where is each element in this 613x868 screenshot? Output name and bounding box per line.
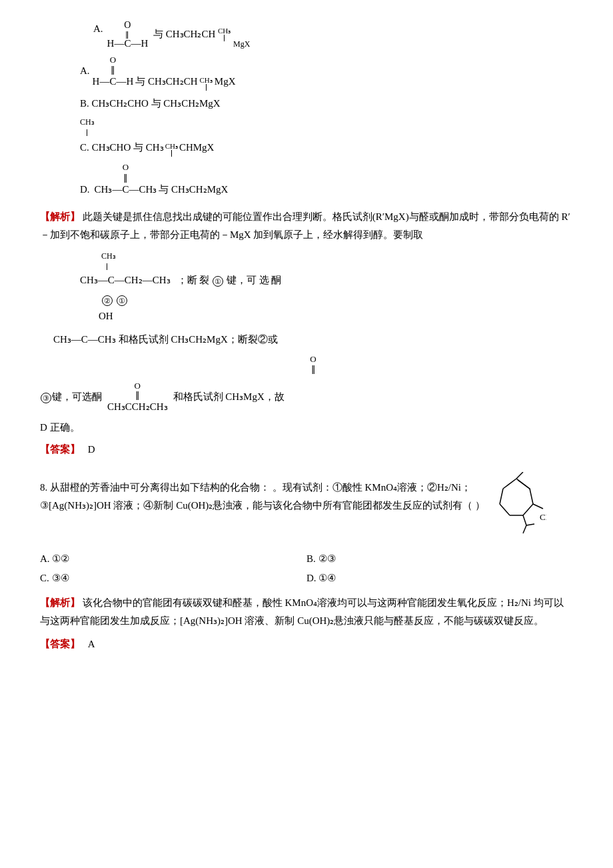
q8-analysis-bracket: 【解析】 [40, 597, 80, 608]
q8-analysis: 【解析】 该化合物中的官能团有碳碳双键和醛基，酸性 KMnO₄溶液均可以与这两种… [40, 594, 573, 630]
q8-options: A. ①② B. ②③ [40, 550, 573, 568]
svg-line-8 [516, 472, 523, 479]
q8-opt-c: C. ③④ [40, 569, 306, 587]
circle-2: ② [102, 295, 113, 306]
svg-line-9 [533, 504, 543, 509]
analysis-bracket: 【解析】 [40, 211, 80, 222]
q8-block: CHO 8. 从甜橙的芳香油中可分离得出如下结构的化合物： 。现有试剂：①酸性 … [40, 479, 573, 653]
svg-line-5 [500, 489, 503, 504]
q8-opt-a: A. ①② [40, 550, 306, 568]
analysis-line3: ③键，可选酮 O ‖ CH₃CCH₂CH₃ 和格氏试剂 CH₃MgX，故 [40, 378, 573, 416]
opt-a-label: A. [80, 62, 90, 80]
svg-line-6 [503, 479, 516, 489]
opt-a-formula: O ‖ H—C—H 与 CH₃CH₂CH CH₃ MgX [93, 52, 236, 91]
q8-opt-b: B. ②③ [306, 550, 573, 568]
option-c-row: C. CH₃CHO 与 CH₃ CH₃ CHMgX [80, 139, 573, 157]
svg-line-2 [523, 504, 533, 515]
q8-answer-val: A [88, 639, 95, 649]
svg-line-11 [523, 515, 526, 525]
d-correct: D 正确。 [40, 419, 573, 437]
molecule-svg: CHO [486, 472, 546, 539]
q8-answer-bracket: 【答案】 [40, 639, 80, 649]
q8-opt-d: D. ①④ [306, 569, 573, 587]
option-a-content: O ‖ H—C—H 与 CH₃CH₂CH CH₃ MgX [107, 20, 251, 49]
svg-line-1 [530, 489, 533, 504]
page-content: A. O ‖ H—C—H 与 CH₃CH₂CH CH₃ MgX A. O [40, 20, 573, 653]
analysis-section: 【解析】 此题关键是抓住信息找出成键的可能位置作出合理判断。格氏试剂(R′MgX… [40, 208, 573, 244]
svg-line-4 [500, 504, 510, 515]
circle-1: ① [213, 276, 223, 287]
option-a-label: A. [93, 20, 103, 38]
option-c: CH₃ [80, 115, 573, 137]
svg-line-13 [526, 524, 534, 525]
answer-bracket: 【答案】 [40, 444, 80, 455]
q8-answer: 【答案】 A [40, 635, 573, 653]
circle-3b: ③ [41, 393, 51, 403]
ketone-o: O ‖ [75, 351, 573, 371]
analysis-text: 此题关键是抓住信息找出成键的可能位置作出合理判断。格氏试剂(R′MgX)与醛或酮… [40, 211, 570, 240]
svg-line-7 [518, 480, 530, 489]
option-d: D. O ‖ CH₃—C—CH₃ 与 CH₃CH₂MgX [80, 159, 573, 198]
circle-3: ① [117, 295, 127, 306]
analysis-struct: CH₃ CH₃—C—CH₂—CH₃ ；断 裂 ① 键，可 选 酮 ② ① OH [80, 249, 573, 326]
svg-text:CHO: CHO [540, 512, 546, 522]
ketone-formula: CH₃—C—CH₃ 和格氏试剂 CH₃CH₂MgX；断裂②或 [53, 331, 573, 349]
answer-val: D [88, 444, 95, 455]
q8-analysis-text: 该化合物中的官能团有碳碳双键和醛基，酸性 KMnO₄溶液均可以与这两种官能团发生… [40, 597, 564, 626]
option-b: B. CH₃CH₂CHO 与 CH₃CH₂MgX [80, 95, 573, 113]
answer-section: 【答案】 D [40, 441, 573, 459]
q8-options-row2: C. ③④ D. ①④ [40, 569, 573, 587]
svg-line-12 [523, 525, 526, 533]
